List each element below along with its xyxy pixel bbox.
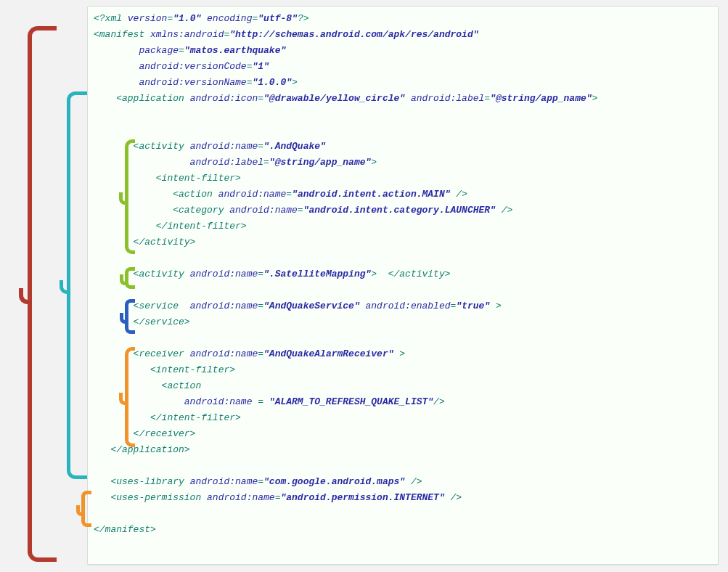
manifest-brace-icon — [28, 26, 57, 562]
close: > — [394, 348, 406, 359]
eq: = — [258, 396, 269, 407]
eq: = — [263, 157, 269, 168]
eq: = — [258, 348, 263, 359]
attr: android:name — [94, 396, 258, 407]
val: "AndQuakeAlarmReceiver" — [263, 348, 393, 359]
attr: package — [94, 45, 179, 56]
val: "true" — [456, 301, 490, 311]
eq: = — [179, 45, 184, 56]
action-open: <action — [94, 189, 218, 200]
val: "@drawable/yellow_circle" — [263, 93, 405, 104]
val: "1.0" — [173, 13, 201, 24]
eq: = — [286, 189, 292, 200]
attr: android:versionCode — [94, 61, 247, 72]
val: "com.google.android.maps" — [263, 476, 405, 487]
application-open: <application — [94, 93, 190, 104]
action-open: <action — [94, 380, 201, 391]
val: ".AndQuake" — [263, 141, 326, 152]
val: ".SatelliteMapping" — [263, 269, 371, 279]
val: "android.intent.category.LAUNCHER" — [303, 205, 496, 216]
receiver-close: </receiver> — [94, 428, 195, 439]
receiver-open: <receiver — [94, 348, 190, 359]
attr: android:name — [190, 269, 258, 279]
close: /> — [496, 205, 512, 216]
service-brace-icon — [125, 299, 135, 334]
intent-filter-open: <intent-filter> — [94, 364, 235, 375]
close: /> — [451, 189, 467, 200]
attr: android:enabled — [360, 301, 451, 311]
service-open: <service — [94, 301, 190, 311]
close: > — [371, 157, 377, 168]
activity-one-brace-icon — [125, 139, 135, 254]
manifest-close: </manifest> — [94, 524, 156, 535]
intent-filter-close: </intent-filter> — [94, 221, 247, 232]
close: > — [292, 77, 298, 88]
activity1-open: <activity — [94, 141, 190, 152]
attr: android:name — [190, 141, 258, 152]
uses-brace-icon — [81, 491, 91, 527]
page-stage: <?xml version="1.0" encoding="utf-8"?> <… — [0, 0, 728, 572]
intent-filter-close: </intent-filter> — [94, 412, 241, 423]
close: > — [490, 301, 502, 311]
attr: encoding — [201, 13, 252, 24]
service-close: </service> — [94, 316, 190, 327]
val: "ALARM_TO_REFRESH_QUAKE_LIST" — [269, 396, 433, 407]
attr: xmlns:android — [150, 29, 224, 40]
val: "1" — [252, 61, 269, 72]
application-brace-icon — [67, 91, 87, 479]
eq: = — [484, 93, 490, 104]
eq: = — [258, 476, 263, 487]
eq: = — [298, 205, 303, 216]
close: /> — [433, 396, 445, 407]
intent-filter-open: <intent-filter> — [94, 173, 241, 184]
attr: android:name — [218, 189, 287, 200]
close: ?> — [298, 13, 309, 24]
close: > </activity> — [371, 269, 450, 279]
attr: android:name — [190, 476, 258, 487]
val: "android.intent.action.MAIN" — [292, 189, 450, 200]
attr: version — [128, 13, 168, 24]
eq: = — [258, 93, 263, 104]
val: "android.permission.INTERNET" — [280, 492, 444, 503]
eq: = — [258, 269, 263, 279]
close: > — [592, 93, 598, 104]
val: "AndQuakeService" — [263, 301, 360, 311]
category-open: <category — [94, 205, 229, 216]
val: "matos.earthquake" — [184, 45, 286, 56]
val: "http://schemas.android.com/apk/res/andr… — [229, 29, 478, 40]
attr: android:versionName — [94, 77, 247, 88]
attr: android:label — [405, 93, 484, 104]
application-close: </application> — [94, 444, 190, 455]
val: "utf-8" — [258, 13, 298, 24]
attr: android:name — [229, 205, 298, 216]
activity2-open: <activity — [94, 269, 190, 279]
close: /> — [445, 492, 462, 503]
eq: = — [258, 141, 263, 152]
manifest-open: <manifest — [94, 29, 150, 40]
attr: android:name — [190, 348, 258, 359]
attr: android:label — [94, 157, 263, 168]
attr: android:name — [207, 492, 275, 503]
close: /> — [405, 476, 422, 487]
receiver-brace-icon — [125, 347, 135, 447]
uses-permission: <uses-permission — [94, 492, 207, 503]
activity1-close: </activity> — [94, 237, 195, 248]
attr: android:name — [190, 301, 258, 311]
activity-two-brace-icon — [125, 267, 135, 289]
val: "@string/app_name" — [490, 93, 592, 104]
val: "1.0.0" — [252, 77, 292, 88]
xml-decl: <?xml — [94, 13, 128, 24]
eq: = — [258, 301, 263, 311]
uses-library: <uses-library — [94, 476, 190, 487]
attr: android:icon — [190, 93, 258, 104]
xml-code-block: <?xml version="1.0" encoding="utf-8"?> <… — [87, 6, 719, 565]
val: "@string/app_name" — [269, 157, 371, 168]
